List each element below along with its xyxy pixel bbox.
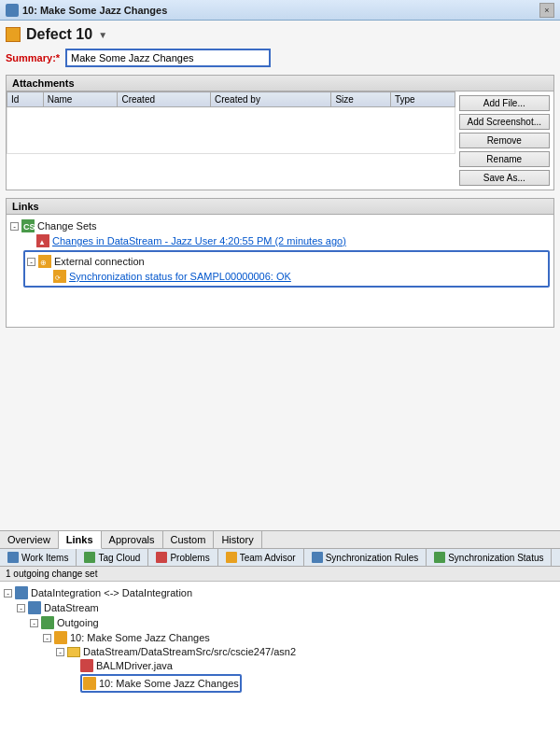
problems-label: Problems [170,553,209,563]
close-button[interactable]: × [539,3,554,18]
db-icon-1 [28,601,41,614]
external-expand[interactable]: - [27,258,35,266]
summary-input[interactable] [65,49,271,67]
changeset-child-label[interactable]: Changes in DataStream - Jazz User 4:20:5… [52,235,346,246]
external-row: - ⊕ External connection [27,254,546,269]
external-icon: ⊕ [38,255,51,268]
sync-rules-label: Synchronization Rules [326,553,419,563]
label-5: BALMDriver.java [96,660,173,671]
changesets-expand[interactable]: - [10,222,19,231]
save-as-button[interactable]: Save As... [459,170,551,186]
tag-cloud-icon [84,552,95,563]
team-advisor-icon [226,552,237,563]
attachments-section: Attachments Id Name Created Created by S… [6,75,554,190]
external-label: External connection [54,256,145,267]
sync-status-icon [434,552,445,563]
tree-item-1: - DataStream [17,600,556,615]
sync-icon: ⟳ [53,270,66,283]
label-4: DataStream/DataStreamSrc/src/cscie247/as… [83,646,296,657]
problems-icon [156,552,167,563]
work-items-label: Work Items [21,553,68,563]
tag-cloud-label: Tag Cloud [98,553,140,563]
window-icon [6,4,19,17]
label-1: DataStream [44,602,99,613]
expand-1[interactable]: - [17,604,25,612]
summary-row: Summary:* [6,49,554,67]
summary-label: Summary:* [6,52,60,63]
defect-icon-6 [83,677,96,690]
sync-rules-icon [312,552,323,563]
col-size: Size [331,92,391,107]
add-file-button[interactable]: Add File... [459,95,551,111]
tab-work-items[interactable]: Work Items [0,549,77,566]
sync-status-label[interactable]: Synchronization status for SAMPL00000006… [69,271,291,282]
changesets-label: Change Sets [37,220,97,232]
work-items-icon [7,552,19,563]
tab-history[interactable]: History [214,531,261,548]
defect-icon [6,27,21,42]
remove-button[interactable]: Remove [459,133,551,148]
outgoing-icon [41,616,54,629]
links-header: Links [7,199,553,215]
attachments-buttons: Add File... Add Screenshot... Remove Ren… [455,91,554,190]
team-advisor-label: Team Advisor [240,553,296,563]
tab-approvals[interactable]: Approvals [102,531,163,548]
label-6: 10: Make Some Jazz Changes [99,678,239,689]
col-id: Id [7,92,44,107]
tab-custom[interactable]: Custom [163,531,215,548]
col-created: Created [118,92,211,107]
defect-icon-3 [54,631,67,644]
table-row [7,107,455,154]
tab-overview[interactable]: Overview [0,531,59,548]
tab-problems[interactable]: Problems [148,549,217,566]
label-0: DataIntegration <-> DataIntegration [31,587,192,598]
external-connection-box: - ⊕ External connection ⟳ Synchronizatio… [23,250,550,288]
expand-3[interactable]: - [43,634,51,642]
rename-button[interactable]: Rename [459,151,551,167]
sync-status-row: ⟳ Synchronization status for SAMPL000000… [53,269,546,284]
expand-2[interactable]: - [30,619,38,627]
col-type: Type [390,92,455,107]
tab-links[interactable]: Links [59,531,102,549]
changesets-icon: CS [21,219,35,232]
label-3: 10: Make Some Jazz Changes [70,632,210,643]
bottom-tabs: Overview Links Approvals Custom History [0,531,560,549]
svg-text:⊕: ⊕ [40,259,47,267]
add-screenshot-button[interactable]: Add Screenshot... [459,114,551,130]
tree-item-6[interactable]: 10: Make Some Jazz Changes [69,673,556,694]
attachments-table: Id Name Created Created by Size Type [7,91,455,154]
col-name: Name [43,92,118,107]
label-2: Outgoing [57,617,99,628]
tab-tag-cloud[interactable]: Tag Cloud [77,549,148,566]
tab-team-advisor[interactable]: Team Advisor [218,549,304,566]
tree-item-0: - DataIntegration <-> DataIntegration [4,585,556,600]
svg-text:⟳: ⟳ [55,274,61,281]
status-bar: 1 outgoing change set [0,567,560,582]
highlighted-item: 10: Make Some Jazz Changes [80,674,242,693]
status-text: 1 outgoing change set [6,569,97,579]
window-title: 10: Make Some Jazz Changes [22,5,167,16]
java-icon-5 [80,659,93,672]
svg-text:▲: ▲ [38,238,46,246]
defect-title: Defect 10 [26,26,92,43]
file-tree: - DataIntegration <-> DataIntegration - … [0,582,560,731]
bottom-area: Overview Links Approvals Custom History … [0,530,560,731]
changeset-child-row: ▲ Changes in DataStream - Jazz User 4:20… [36,233,550,248]
folder-icon-4 [67,647,80,657]
tab-sync-status[interactable]: Synchronization Status [427,549,552,566]
col-createdby: Created by [211,92,331,107]
title-bar: 10: Make Some Jazz Changes × [0,0,560,21]
tab-sync-rules[interactable]: Synchronization Rules [304,549,427,566]
expand-0[interactable]: - [4,589,12,597]
defect-dropdown[interactable]: ▼ [98,30,107,40]
expand-4[interactable]: - [56,648,64,656]
svg-text:CS: CS [23,222,35,232]
tree-item-5: BALMDriver.java [69,658,556,673]
links-section: Links - CS Change Sets ▲ Changes in Data… [6,198,554,328]
db-icon-0 [15,586,28,599]
defect-header: Defect 10 ▼ [6,26,554,43]
icon-tabs-row: Work Items Tag Cloud Problems Team Advis… [0,549,560,567]
attachments-header: Attachments [7,76,553,91]
change-icon: ▲ [36,234,49,247]
tree-item-2: - Outgoing [30,615,556,630]
